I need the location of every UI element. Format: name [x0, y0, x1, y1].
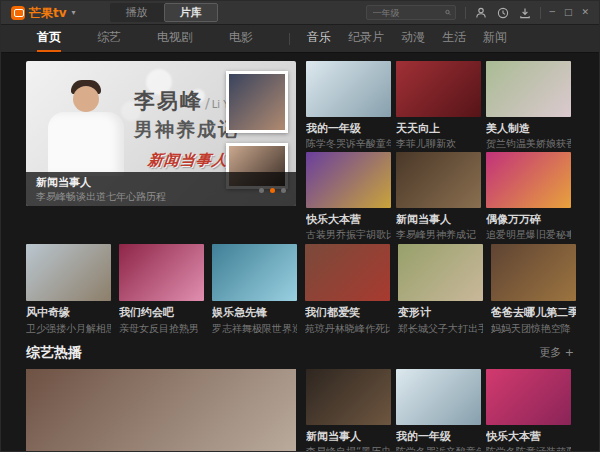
- video-thumbnail[interactable]: [119, 244, 204, 301]
- app-logo-text: 芒果tv: [29, 7, 67, 19]
- video-title[interactable]: 天天向上: [396, 122, 481, 135]
- video-title[interactable]: 快乐大本营: [486, 430, 571, 443]
- nav-tab-documentary[interactable]: 纪录片: [348, 25, 384, 52]
- video-subtitle: 追爱明星爆旧爱秘事: [486, 229, 571, 241]
- video-thumbnail[interactable]: [306, 61, 391, 117]
- nav-tab-variety[interactable]: 综艺: [97, 25, 121, 52]
- video-card: 我的一年级 陈学冬哭诉辛酸童年: [396, 369, 481, 452]
- video-card: 偶像万万碎 追爱明星爆旧爱秘事: [486, 152, 571, 241]
- video-thumbnail[interactable]: [396, 152, 481, 208]
- video-card: 我们约会吧 亲母女反目抢熟男: [119, 244, 204, 334]
- video-thumbnail[interactable]: [396, 369, 481, 425]
- banner-inset-photo: [226, 71, 288, 133]
- video-subtitle: 陈学冬哭诉辛酸童年: [306, 138, 391, 150]
- hot-variety-band: 新闻当事人 李易峰自揭“黑历史” 我的一年级 陈学冬哭诉辛酸童年 快乐大本营 陈…: [26, 369, 574, 452]
- nav-tab-movies[interactable]: 电影: [229, 25, 253, 52]
- video-title[interactable]: 偶像万万碎: [486, 213, 571, 226]
- history-clock-icon[interactable]: [497, 7, 509, 19]
- video-thumbnail[interactable]: [486, 61, 571, 117]
- video-subtitle: 李菲儿聊新欢: [396, 138, 481, 150]
- video-thumbnail[interactable]: [486, 369, 571, 425]
- video-subtitle: 苑琼丹林晓峰作死比拼: [305, 323, 390, 335]
- user-icon[interactable]: [475, 7, 487, 19]
- video-title[interactable]: 我们约会吧: [119, 306, 204, 319]
- nav-tab-music[interactable]: 音乐: [307, 25, 331, 52]
- banner-caption-title: 新闻当事人: [36, 176, 286, 190]
- large-video-thumbnail[interactable]: [26, 369, 296, 452]
- video-thumbnail[interactable]: [486, 152, 571, 208]
- app-logo[interactable]: 芒果tv ▾: [11, 6, 76, 20]
- video-thumbnail[interactable]: [398, 244, 483, 301]
- video-title[interactable]: 风中奇缘: [26, 306, 111, 319]
- tab-library[interactable]: 片库: [164, 3, 218, 22]
- close-button[interactable]: ✕: [581, 8, 589, 17]
- mode-switcher: 播放 片库: [110, 3, 218, 22]
- top-section: 李易峰/Li Yifeng 男神养成记 新闻当事人 新闻当事人 李易峰畅谈出道七…: [26, 61, 574, 241]
- carousel-dots: [259, 188, 286, 193]
- main-content: 李易峰/Li Yifeng 男神养成记 新闻当事人 新闻当事人 李易峰畅谈出道七…: [1, 53, 599, 452]
- second-row: 风中奇缘 卫少强搂小月解相思 我们约会吧 亲母女反目抢熟男 娱乐急先锋 罗志祥舞…: [26, 244, 574, 334]
- video-thumbnail[interactable]: [212, 244, 297, 301]
- tab-play[interactable]: 播放: [110, 3, 164, 22]
- chevron-down-icon: ▾: [72, 8, 76, 17]
- window-controls: ─ □ ✕: [550, 8, 589, 17]
- video-thumbnail[interactable]: [26, 244, 111, 301]
- video-title[interactable]: 变形计: [398, 306, 483, 319]
- video-card: 娱乐急先锋 罗志祥舞极限世界巡演: [212, 244, 297, 334]
- video-thumbnail[interactable]: [305, 244, 390, 301]
- video-subtitle: 陈学冬陈意涵装萌耍玩: [486, 446, 571, 452]
- hot-variety-grid: 新闻当事人 李易峰自揭“黑历史” 我的一年级 陈学冬哭诉辛酸童年 快乐大本营 陈…: [306, 369, 571, 452]
- video-title[interactable]: 我的一年级: [396, 430, 481, 443]
- video-thumbnail[interactable]: [306, 152, 391, 208]
- video-title[interactable]: 娱乐急先锋: [212, 306, 297, 319]
- video-thumbnail[interactable]: [306, 369, 391, 425]
- carousel-dot-active[interactable]: [270, 188, 275, 193]
- video-subtitle: 罗志祥舞极限世界巡演: [212, 323, 297, 335]
- video-card: 风中奇缘 卫少强搂小月解相思: [26, 244, 111, 334]
- nav-tab-home[interactable]: 首页: [37, 25, 61, 52]
- maximize-button[interactable]: □: [564, 8, 573, 17]
- search-input[interactable]: [371, 7, 445, 19]
- minimize-button[interactable]: ─: [550, 8, 555, 17]
- video-title[interactable]: 我们都爱笑: [305, 306, 390, 319]
- search-icon[interactable]: [445, 7, 451, 18]
- video-card: 我的一年级 陈学冬哭诉辛酸童年: [306, 61, 391, 150]
- nav-tab-lifestyle[interactable]: 生活: [442, 25, 466, 52]
- banner-show-logo: 新闻当事人: [147, 151, 238, 170]
- featured-banner[interactable]: 李易峰/Li Yifeng 男神养成记 新闻当事人 新闻当事人 李易峰畅谈出道七…: [26, 61, 296, 206]
- video-subtitle: 陈学冬哭诉辛酸童年: [396, 446, 481, 452]
- nav-tab-anime[interactable]: 动漫: [401, 25, 425, 52]
- titlebar-icons: [475, 7, 531, 19]
- titlebar-divider: [540, 7, 541, 19]
- video-card: 新闻当事人 李易峰男神养成记: [396, 152, 481, 241]
- section-header: 综艺热播 更多 +: [26, 344, 574, 362]
- app-window: 芒果tv ▾ 播放 片库 ─ □ ✕ 首页 综艺 电视剧 电影 音乐: [0, 0, 600, 452]
- mgtv-logo-icon: [11, 6, 25, 20]
- section-title: 综艺热播: [26, 344, 82, 362]
- nav-divider: [289, 33, 290, 45]
- video-title[interactable]: 新闻当事人: [396, 213, 481, 226]
- featured-grid: 我的一年级 陈学冬哭诉辛酸童年 天天向上 李菲儿聊新欢 美人制造 贺兰钧温美娇娘…: [306, 61, 571, 241]
- search-box[interactable]: [366, 5, 456, 20]
- video-card: 新闻当事人 李易峰自揭“黑历史”: [306, 369, 391, 452]
- video-title[interactable]: 美人制造: [486, 122, 571, 135]
- nav-tab-tvseries[interactable]: 电视剧: [157, 25, 193, 52]
- titlebar: 芒果tv ▾ 播放 片库 ─ □ ✕: [1, 1, 599, 25]
- nav-tab-news[interactable]: 新闻: [483, 25, 507, 52]
- video-card: 变形计 郑长城父子大打出手: [398, 244, 483, 334]
- video-subtitle: 卫少强搂小月解相思: [26, 323, 111, 335]
- banner-person-photo: [44, 80, 128, 176]
- video-thumbnail[interactable]: [491, 244, 576, 301]
- video-title[interactable]: 爸爸去哪儿第二季: [491, 306, 576, 319]
- video-subtitle: 郑长城父子大打出手: [398, 323, 483, 335]
- video-subtitle: 亲母女反目抢熟男: [119, 323, 204, 335]
- carousel-dot[interactable]: [259, 188, 264, 193]
- video-title[interactable]: 新闻当事人: [306, 430, 391, 443]
- video-title[interactable]: 我的一年级: [306, 122, 391, 135]
- more-link[interactable]: 更多 +: [539, 345, 574, 360]
- carousel-dot[interactable]: [281, 188, 286, 193]
- video-title[interactable]: 快乐大本营: [306, 213, 391, 226]
- video-subtitle: 李易峰自揭“黑历史”: [306, 446, 391, 452]
- download-icon[interactable]: [519, 7, 531, 19]
- video-thumbnail[interactable]: [396, 61, 481, 117]
